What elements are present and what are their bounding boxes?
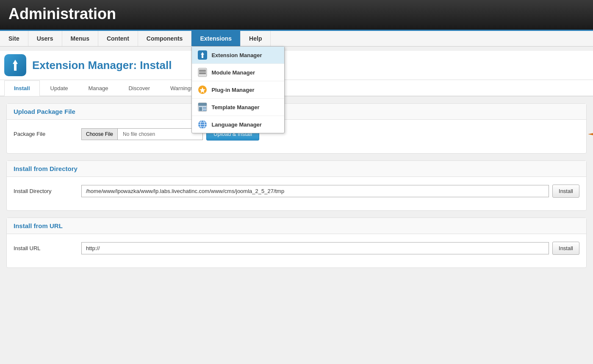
template-manager-icon <box>198 102 207 112</box>
language-manager-icon <box>198 120 207 129</box>
svg-rect-5 <box>199 73 206 74</box>
file-name-display: No file chosen <box>118 129 202 140</box>
svg-rect-4 <box>199 72 206 72</box>
svg-rect-11 <box>203 107 206 109</box>
svg-rect-3 <box>199 70 206 71</box>
admin-header: Administration <box>0 0 593 31</box>
install-url-title: Install from URL <box>14 222 579 229</box>
tab-manage[interactable]: Manage <box>79 80 118 96</box>
nav-help[interactable]: Help <box>241 31 271 46</box>
page-title: Extension Manager: Install <box>32 59 172 72</box>
install-url-input[interactable] <box>81 242 549 254</box>
dropdown-module-manager[interactable]: Module Manager <box>192 64 284 81</box>
dropdown-language-manager[interactable]: Language Manager <box>192 116 284 133</box>
upload-package-header: Upload Package File <box>7 104 586 120</box>
install-directory-input[interactable] <box>81 185 549 197</box>
dropdown-extension-manager[interactable]: Extension Manager <box>192 47 284 64</box>
page-content: Extension Manager: Install Install Updat… <box>0 47 593 281</box>
install-url-section: Install from URL Install URL Install <box>6 218 587 268</box>
upload-package-title: Upload Package File <box>14 108 579 115</box>
dropdown-plugin-manager[interactable]: Plug-in Manager <box>192 81 284 99</box>
install-directory-button[interactable]: Install <box>552 185 579 198</box>
sub-tabs-bar: Install Update Manage Discover Warnings … <box>0 80 593 97</box>
nav-components[interactable]: Components <box>138 31 192 46</box>
svg-marker-19 <box>588 127 593 141</box>
directory-controls: Install <box>81 185 579 198</box>
package-file-controls: Choose File No file chosen Upload & Inst… <box>81 127 579 141</box>
upload-package-body: Package File Choose File No file chosen … <box>7 120 586 153</box>
install-url-label: Install URL <box>14 245 81 251</box>
extensions-dropdown: Extension Manager Module Manager <box>191 46 285 133</box>
tab-discover[interactable]: Discover <box>119 80 160 96</box>
page-title-row: Extension Manager: Install <box>0 51 593 80</box>
directory-row: Install Directory Install <box>14 185 579 198</box>
tab-install[interactable]: Install <box>4 80 40 96</box>
main-navbar: Site Users Menus Content Components Exte… <box>0 31 593 47</box>
choose-file-button[interactable]: Choose File <box>82 129 118 140</box>
install-directory-section: Install from Directory Install Directory… <box>6 160 587 211</box>
arrow-annotation <box>588 124 593 145</box>
url-controls: Install <box>81 242 579 255</box>
upload-package-section: Upload Package File Package File Choose … <box>6 103 587 154</box>
nav-site[interactable]: Site <box>0 31 28 46</box>
tab-update[interactable]: Update <box>41 80 78 96</box>
nav-users[interactable]: Users <box>28 31 62 46</box>
file-input-wrapper[interactable]: Choose File No file chosen <box>81 128 203 140</box>
url-row: Install URL Install <box>14 242 579 255</box>
install-url-header: Install from URL <box>7 218 586 234</box>
svg-marker-18 <box>13 60 18 71</box>
nav-extensions[interactable]: Extensions Extension Manager <box>191 31 241 46</box>
install-directory-header: Install from Directory <box>7 161 586 177</box>
install-url-body: Install URL Install <box>7 234 586 267</box>
install-directory-label: Install Directory <box>14 188 81 194</box>
main-content: Upload Package File Package File Choose … <box>0 97 593 281</box>
install-directory-body: Install Directory Install <box>7 177 586 210</box>
admin-title: Administration <box>8 5 585 23</box>
page-icon <box>4 54 26 76</box>
dropdown-template-manager[interactable]: Template Manager <box>192 99 284 116</box>
package-file-row: Package File Choose File No file chosen … <box>14 127 579 141</box>
module-manager-icon <box>198 68 207 77</box>
extension-manager-icon <box>198 50 207 60</box>
svg-rect-10 <box>199 107 202 111</box>
nav-content[interactable]: Content <box>98 31 138 46</box>
plugin-manager-icon <box>198 85 207 94</box>
install-directory-title: Install from Directory <box>14 165 579 172</box>
svg-rect-9 <box>198 103 207 106</box>
install-url-button[interactable]: Install <box>552 242 579 255</box>
package-file-label: Package File <box>14 131 81 137</box>
nav-menus[interactable]: Menus <box>62 31 98 46</box>
svg-rect-12 <box>203 110 206 111</box>
